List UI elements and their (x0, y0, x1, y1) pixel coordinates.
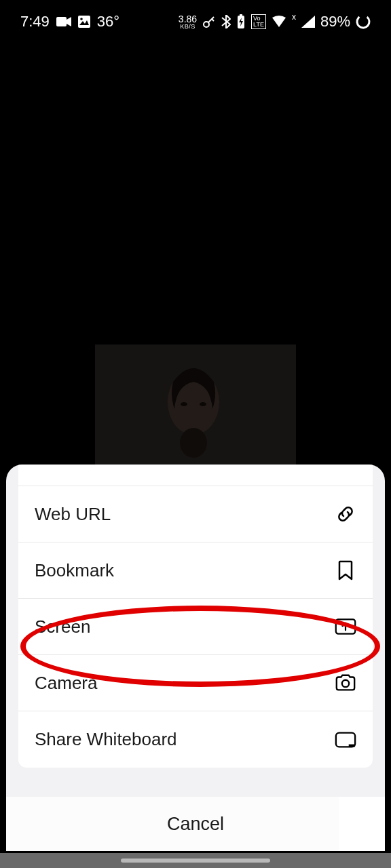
bluetooth-icon (221, 15, 231, 28)
svg-point-3 (200, 402, 206, 406)
link-icon (335, 503, 356, 525)
option-label: Screen (35, 616, 90, 637)
option-label: Camera (35, 673, 97, 694)
svg-point-12 (356, 14, 371, 29)
status-temperature: 36° (97, 13, 119, 31)
svg-rect-11 (240, 14, 242, 16)
svg-rect-4 (56, 17, 67, 26)
svg-point-2 (181, 402, 187, 406)
share-options-list: Document Web URL Bookmark Screen Camera (18, 465, 373, 768)
option-web-url[interactable]: Web URL (18, 486, 373, 542)
volte-badge: VoLTE (251, 14, 266, 29)
option-share-whiteboard[interactable]: Share Whiteboard (18, 711, 373, 768)
image-icon (78, 16, 90, 28)
option-screen[interactable]: Screen (18, 599, 373, 655)
option-document[interactable]: Document (18, 465, 373, 486)
svg-point-6 (80, 18, 83, 20)
option-camera[interactable]: Camera (18, 655, 373, 711)
screen-share-icon (335, 616, 356, 637)
net-speed: 3.86 KB/S (179, 14, 197, 30)
battery-percentage: 89% (320, 13, 350, 31)
loading-ring-icon (356, 14, 371, 29)
cancel-button[interactable]: Cancel (167, 814, 224, 835)
svg-point-15 (342, 680, 349, 687)
cancel-bar: Cancel (6, 797, 385, 851)
option-label: Web URL (35, 504, 111, 525)
status-bar: 7:49 36° 3.86 KB/S VoLTE x 89% (0, 0, 391, 43)
video-participant-thumb (95, 344, 296, 480)
camera-icon (335, 672, 356, 694)
nav-handle[interactable] (0, 853, 391, 868)
decorative-patch (339, 797, 385, 851)
data-x-indicator: x (292, 12, 296, 22)
battery-charging-icon (236, 14, 246, 29)
camera-recording-icon (56, 17, 71, 26)
whiteboard-icon (335, 729, 356, 751)
status-time: 7:49 (20, 13, 50, 31)
option-bookmark[interactable]: Bookmark (18, 542, 373, 599)
share-options-sheet: Document Web URL Bookmark Screen Camera (6, 465, 385, 851)
bookmark-icon (335, 559, 356, 581)
key-icon (202, 15, 216, 28)
svg-line-9 (212, 19, 214, 21)
svg-point-1 (180, 428, 207, 458)
cell-signal-icon (301, 16, 315, 28)
option-label: Bookmark (35, 560, 114, 581)
svg-point-0 (168, 370, 219, 435)
svg-rect-5 (78, 16, 90, 28)
option-label: Share Whiteboard (35, 729, 177, 750)
wifi-icon (272, 16, 286, 28)
